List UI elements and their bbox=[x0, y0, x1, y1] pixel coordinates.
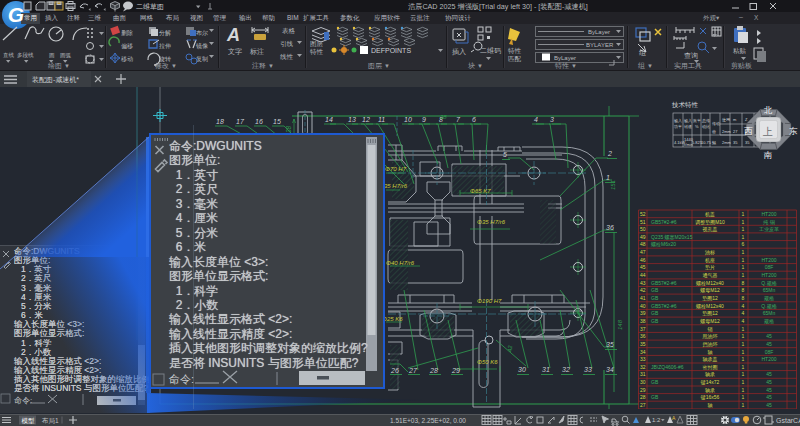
svg-text:密封圈: 密封圈 bbox=[703, 364, 718, 370]
svg-text:垫圈12: 垫圈12 bbox=[702, 310, 718, 316]
svg-text:HT200: HT200 bbox=[761, 356, 776, 362]
svg-text:1: 1 bbox=[742, 387, 745, 393]
svg-text:1: 1 bbox=[742, 264, 745, 270]
svg-text:布尔: 布尔 bbox=[196, 30, 208, 36]
svg-text:1: 1 bbox=[742, 394, 745, 400]
svg-text:1: 1 bbox=[742, 341, 745, 347]
svg-text:1: 1 bbox=[742, 349, 745, 355]
svg-text:模型: 模型 bbox=[22, 417, 36, 424]
svg-text:移动: 移动 bbox=[121, 56, 133, 63]
svg-text:北: 北 bbox=[764, 105, 773, 115]
svg-text:2: 2 bbox=[607, 150, 612, 157]
svg-text:A: A bbox=[226, 25, 240, 45]
svg-text:垫圈12: 垫圈12 bbox=[702, 295, 718, 301]
svg-text:组 ▼: 组 ▼ bbox=[638, 62, 653, 69]
svg-text:1: 1 bbox=[606, 174, 610, 181]
svg-text:标注: 标注 bbox=[249, 47, 264, 56]
svg-text:48: 48 bbox=[640, 241, 646, 247]
svg-text:GB57#2-#6: GB57#2-#6 bbox=[651, 303, 677, 309]
svg-text:50: 50 bbox=[640, 226, 646, 232]
svg-text:轴承盖: 轴承盖 bbox=[703, 356, 718, 363]
svg-text:43: 43 bbox=[640, 280, 646, 286]
svg-text:插入: 插入 bbox=[452, 48, 466, 56]
svg-text:传动: 传动 bbox=[712, 121, 720, 126]
svg-text:表格: 表格 bbox=[282, 27, 296, 35]
svg-text:38: 38 bbox=[640, 318, 646, 324]
svg-text:调整垫圈M10: 调整垫圈M10 bbox=[695, 219, 725, 226]
svg-text:65Mn: 65Mn bbox=[763, 310, 776, 316]
svg-text:ByLayer: ByLayer bbox=[588, 29, 610, 35]
svg-text:1: 1 bbox=[742, 326, 745, 332]
svg-text:特性: 特性 bbox=[310, 48, 324, 56]
svg-text:垫片: 垫片 bbox=[705, 264, 715, 271]
svg-text:GstarCAD: GstarCAD bbox=[776, 417, 800, 424]
svg-text:镜像: 镜像 bbox=[195, 42, 208, 50]
svg-text:GB: GB bbox=[651, 295, 659, 301]
svg-text:151: 151 bbox=[610, 180, 616, 190]
svg-text:圆弧: 圆弧 bbox=[60, 52, 72, 59]
svg-text:1: 1 bbox=[742, 379, 745, 385]
svg-text:49: 49 bbox=[640, 234, 646, 240]
svg-text:特性: 特性 bbox=[508, 47, 522, 55]
svg-text:27: 27 bbox=[640, 402, 646, 408]
svg-text:8: 8 bbox=[742, 287, 745, 293]
svg-text:1.51E+03, 2.25E+02, 0.00: 1.51E+03, 2.25E+02, 0.00 bbox=[390, 417, 466, 424]
svg-text:HT200: HT200 bbox=[761, 211, 776, 217]
svg-text:45: 45 bbox=[640, 264, 646, 270]
svg-text:GB: GB bbox=[651, 310, 659, 316]
svg-text:8: 8 bbox=[742, 280, 745, 286]
svg-text:31: 31 bbox=[640, 371, 646, 377]
svg-text:图层 ▼: 图层 ▼ bbox=[368, 62, 390, 70]
svg-text:m: m bbox=[733, 117, 737, 122]
svg-text:规格: 规格 bbox=[764, 318, 774, 325]
svg-text:南: 南 bbox=[764, 150, 773, 160]
svg-text:特性 ▼: 特性 ▼ bbox=[555, 62, 577, 70]
svg-text:08F: 08F bbox=[765, 349, 774, 355]
svg-text:分解: 分解 bbox=[159, 30, 171, 37]
svg-text:1: 1 bbox=[742, 364, 745, 370]
svg-text:34: 34 bbox=[640, 349, 646, 355]
svg-text:29: 29 bbox=[640, 387, 646, 393]
svg-text:二维草图: 二维草图 bbox=[136, 3, 164, 11]
svg-text:4: 4 bbox=[534, 116, 538, 123]
svg-text:36: 36 bbox=[606, 224, 614, 231]
svg-text:1: 1 bbox=[742, 402, 745, 408]
svg-text:40: 40 bbox=[640, 303, 646, 309]
svg-text:Φ50 K6: Φ50 K6 bbox=[477, 359, 498, 365]
svg-text:30: 30 bbox=[518, 366, 526, 373]
svg-text:油标: 油标 bbox=[704, 249, 715, 256]
svg-text:文字: 文字 bbox=[228, 47, 242, 55]
svg-text:44: 44 bbox=[640, 272, 646, 278]
svg-text:Φ35 H7/r6: Φ35 H7/r6 bbox=[477, 219, 506, 225]
svg-text:二维码: 二维码 bbox=[480, 47, 501, 54]
svg-text:2mm: 2mm bbox=[722, 129, 732, 134]
svg-text:45: 45 bbox=[766, 341, 772, 347]
svg-text:1: 1 bbox=[742, 371, 745, 377]
svg-text:35: 35 bbox=[606, 341, 614, 348]
svg-text:33: 33 bbox=[640, 356, 646, 362]
svg-text:圆: 圆 bbox=[49, 52, 55, 59]
svg-text:1: 1 bbox=[742, 249, 745, 255]
svg-text:45: 45 bbox=[766, 387, 772, 393]
svg-text:轴: 轴 bbox=[708, 402, 713, 409]
svg-text:4: 4 bbox=[742, 318, 745, 324]
svg-text:块 ▼: 块 ▼ bbox=[467, 62, 483, 69]
svg-text:多段线: 多段线 bbox=[17, 52, 34, 58]
svg-text:技术特性: 技术特性 bbox=[671, 101, 699, 109]
svg-text:上: 上 bbox=[762, 126, 773, 137]
svg-text:Q235 螺塞M20x15: Q235 螺塞M20x15 bbox=[651, 234, 693, 240]
svg-text:45: 45 bbox=[766, 333, 772, 339]
svg-text:2mm: 2mm bbox=[722, 140, 732, 145]
svg-text:Φ190 H7: Φ190 H7 bbox=[477, 298, 502, 304]
svg-text:GB: GB bbox=[651, 287, 659, 293]
svg-text:37: 37 bbox=[640, 326, 646, 332]
svg-text:布局1: 布局1 bbox=[41, 417, 59, 425]
svg-text:BYLAYER: BYLAYER bbox=[586, 42, 614, 48]
svg-text:39: 39 bbox=[640, 310, 646, 316]
svg-text:销: 销 bbox=[707, 326, 713, 332]
svg-text:A: A bbox=[672, 415, 676, 421]
svg-text:3: 3 bbox=[550, 116, 554, 123]
svg-text:%: % bbox=[695, 124, 699, 129]
svg-text:ByLayer: ByLayer bbox=[554, 55, 576, 61]
svg-text:粘贴: 粘贴 bbox=[733, 47, 747, 55]
